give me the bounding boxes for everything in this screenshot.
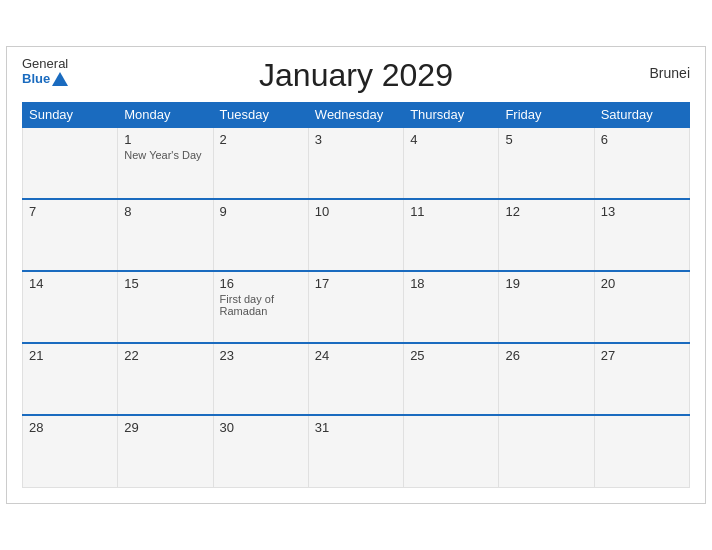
week-row-5: 28293031 (23, 415, 690, 487)
header-monday: Monday (118, 103, 213, 128)
day-cell: 19 (499, 271, 594, 343)
day-number: 11 (410, 204, 492, 219)
day-number: 7 (29, 204, 111, 219)
logo-general-text: General (22, 57, 68, 71)
day-cell: 5 (499, 127, 594, 199)
day-cell (594, 415, 689, 487)
day-number: 17 (315, 276, 397, 291)
day-number: 9 (220, 204, 302, 219)
day-number: 20 (601, 276, 683, 291)
header-saturday: Saturday (594, 103, 689, 128)
day-cell: 9 (213, 199, 308, 271)
day-cell: 15 (118, 271, 213, 343)
day-cell: 12 (499, 199, 594, 271)
header-wednesday: Wednesday (308, 103, 403, 128)
day-cell (499, 415, 594, 487)
day-number: 25 (410, 348, 492, 363)
day-number: 12 (505, 204, 587, 219)
day-cell: 8 (118, 199, 213, 271)
day-number: 23 (220, 348, 302, 363)
day-cell: 20 (594, 271, 689, 343)
day-cell: 6 (594, 127, 689, 199)
day-number: 5 (505, 132, 587, 147)
calendar-title: January 2029 (259, 57, 453, 94)
day-number: 18 (410, 276, 492, 291)
day-cell: 11 (404, 199, 499, 271)
day-cell: 28 (23, 415, 118, 487)
day-cell: 21 (23, 343, 118, 415)
day-number: 21 (29, 348, 111, 363)
logo-triangle-icon (52, 72, 68, 86)
header-sunday: Sunday (23, 103, 118, 128)
day-cell: 30 (213, 415, 308, 487)
day-event: First day of Ramadan (220, 293, 302, 317)
day-cell: 24 (308, 343, 403, 415)
day-number: 22 (124, 348, 206, 363)
day-cell: 29 (118, 415, 213, 487)
day-cell: 17 (308, 271, 403, 343)
day-cell: 18 (404, 271, 499, 343)
day-cell: 25 (404, 343, 499, 415)
day-number: 19 (505, 276, 587, 291)
day-number: 29 (124, 420, 206, 435)
day-cell: 1New Year's Day (118, 127, 213, 199)
calendar-header: General Blue January 2029 Brunei (22, 57, 690, 94)
day-cell: 14 (23, 271, 118, 343)
day-cell (404, 415, 499, 487)
day-cell: 23 (213, 343, 308, 415)
day-number: 30 (220, 420, 302, 435)
day-number: 27 (601, 348, 683, 363)
day-number: 10 (315, 204, 397, 219)
day-cell (23, 127, 118, 199)
header-row: Sunday Monday Tuesday Wednesday Thursday… (23, 103, 690, 128)
day-number: 16 (220, 276, 302, 291)
week-row-1: 1New Year's Day23456 (23, 127, 690, 199)
day-number: 28 (29, 420, 111, 435)
day-number: 15 (124, 276, 206, 291)
day-cell: 10 (308, 199, 403, 271)
day-number: 4 (410, 132, 492, 147)
day-cell: 27 (594, 343, 689, 415)
day-cell: 7 (23, 199, 118, 271)
week-row-4: 21222324252627 (23, 343, 690, 415)
day-number: 1 (124, 132, 206, 147)
week-row-3: 141516First day of Ramadan17181920 (23, 271, 690, 343)
calendar-container: General Blue January 2029 Brunei Sunday … (6, 46, 706, 504)
header-tuesday: Tuesday (213, 103, 308, 128)
day-number: 8 (124, 204, 206, 219)
day-cell: 26 (499, 343, 594, 415)
day-number: 6 (601, 132, 683, 147)
day-number: 31 (315, 420, 397, 435)
day-number: 2 (220, 132, 302, 147)
day-cell: 4 (404, 127, 499, 199)
day-cell: 2 (213, 127, 308, 199)
header-thursday: Thursday (404, 103, 499, 128)
header-friday: Friday (499, 103, 594, 128)
day-number: 24 (315, 348, 397, 363)
day-cell: 3 (308, 127, 403, 199)
country-label: Brunei (650, 65, 690, 81)
calendar-grid: Sunday Monday Tuesday Wednesday Thursday… (22, 102, 690, 488)
day-number: 3 (315, 132, 397, 147)
day-cell: 22 (118, 343, 213, 415)
logo-blue-text: Blue (22, 72, 68, 87)
day-number: 14 (29, 276, 111, 291)
day-cell: 13 (594, 199, 689, 271)
day-cell: 31 (308, 415, 403, 487)
day-cell: 16First day of Ramadan (213, 271, 308, 343)
week-row-2: 78910111213 (23, 199, 690, 271)
day-number: 13 (601, 204, 683, 219)
logo: General Blue (22, 57, 68, 86)
day-event: New Year's Day (124, 149, 206, 161)
day-number: 26 (505, 348, 587, 363)
